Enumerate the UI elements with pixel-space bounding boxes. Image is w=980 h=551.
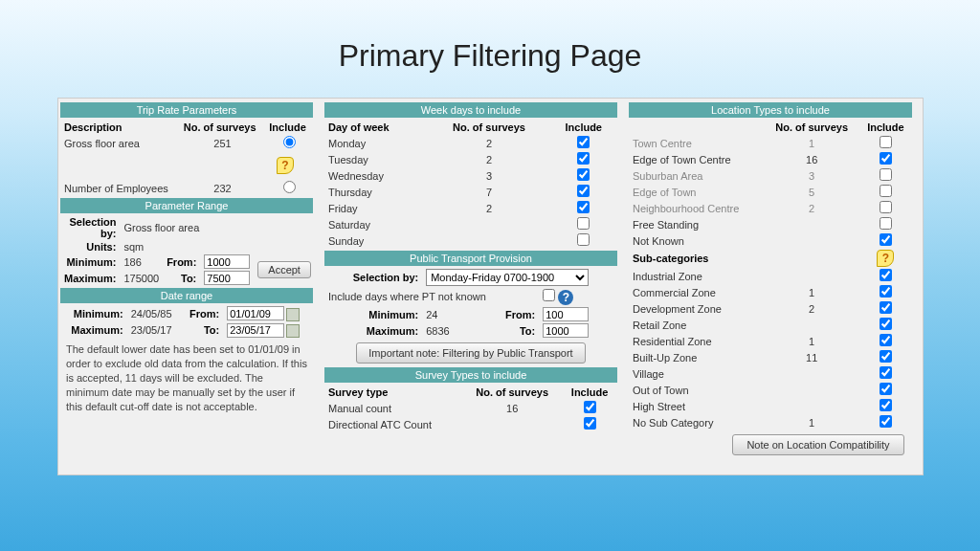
survey-type-name: Directional ATC Count: [324, 416, 462, 432]
pt-note-button[interactable]: Important note: Filtering by Public Tran…: [356, 342, 586, 364]
label-from: From:: [163, 253, 200, 270]
help-icon[interactable]: ?: [877, 250, 894, 267]
pt-min-value: 24: [422, 306, 475, 322]
location-include-checkbox[interactable]: [880, 350, 892, 363]
col-count: No. of surveys: [180, 120, 266, 135]
location-name: High Street: [629, 398, 764, 414]
location-include-checkbox[interactable]: [880, 318, 892, 330]
weekday-include-checkbox[interactable]: [577, 201, 590, 213]
location-count: [764, 317, 858, 333]
weekday-include-checkbox[interactable]: [577, 217, 590, 230]
location-count: [764, 268, 858, 284]
location-include-checkbox[interactable]: [880, 301, 892, 314]
location-count: [764, 382, 858, 398]
weekday-name: Friday: [324, 200, 428, 216]
location-name: Suburban Area: [629, 167, 764, 184]
location-name: Out of Town: [629, 382, 764, 398]
accept-button[interactable]: Accept: [257, 261, 311, 278]
help-icon[interactable]: ?: [558, 290, 573, 305]
col-include: Include: [859, 120, 912, 135]
location-include-checkbox[interactable]: [880, 415, 892, 428]
weekday-include-checkbox[interactable]: [577, 168, 590, 181]
location-include-checkbox[interactable]: [880, 383, 892, 395]
pt-unknown-checkbox[interactable]: [543, 289, 555, 301]
location-count: [764, 216, 858, 232]
location-include-checkbox[interactable]: [880, 168, 892, 181]
location-include-checkbox[interactable]: [880, 334, 892, 346]
col-count: No. of surveys: [428, 120, 549, 135]
date-min-value: 24/05/85: [127, 305, 182, 322]
date-to-input[interactable]: [227, 323, 284, 338]
location-include-checkbox[interactable]: [880, 233, 892, 246]
trip-rate-count: 232: [180, 180, 266, 196]
weekday-count: [428, 232, 549, 249]
location-count: 11: [764, 349, 858, 365]
weekday-include-checkbox[interactable]: [577, 136, 590, 148]
location-include-checkbox[interactable]: [880, 152, 892, 165]
location-name: Town Centre: [629, 135, 764, 151]
param-to-input[interactable]: [204, 271, 250, 285]
label-pt-selection: Selection by:: [324, 268, 422, 287]
page-title: Primary Filtering Page: [0, 0, 980, 74]
survey-type-include-checkbox[interactable]: [584, 417, 596, 430]
location-include-checkbox[interactable]: [880, 136, 892, 148]
param-max-value: 175000: [120, 270, 163, 286]
weekday-include-checkbox[interactable]: [577, 185, 590, 197]
location-count: 1: [764, 414, 858, 430]
location-name: Development Zone: [629, 300, 764, 317]
location-count: 16: [764, 151, 858, 167]
location-count: 2: [764, 200, 858, 216]
pt-selection-dropdown[interactable]: Monday-Friday 0700-1900: [426, 269, 589, 286]
location-heading: Location Types to include: [629, 102, 912, 118]
calendar-icon[interactable]: [286, 308, 300, 321]
col-day: Day of week: [324, 120, 428, 135]
help-icon[interactable]: ?: [277, 157, 294, 174]
label-pt-to: To:: [476, 322, 540, 339]
label-min: Minimum:: [60, 253, 120, 270]
location-count: [764, 365, 858, 382]
param-from-input[interactable]: [204, 254, 250, 269]
label-pt-from: From:: [476, 306, 540, 322]
date-from-input[interactable]: [227, 306, 284, 320]
col-count: No. of surveys: [462, 385, 562, 400]
location-name: Industrial Zone: [629, 268, 764, 284]
location-name: Free Standing: [629, 216, 764, 232]
location-include-checkbox[interactable]: [880, 201, 892, 213]
location-include-checkbox[interactable]: [880, 285, 892, 298]
location-name: Village: [629, 365, 764, 382]
survey-type-include-checkbox[interactable]: [584, 401, 596, 413]
weekday-include-checkbox[interactable]: [577, 152, 590, 165]
label-units: Units:: [60, 240, 120, 253]
location-include-checkbox[interactable]: [880, 185, 892, 197]
survey-type-count: 16: [462, 400, 562, 416]
label-date-from: From:: [181, 305, 223, 322]
location-name: Edge of Town: [629, 184, 764, 200]
weekday-count: 7: [428, 184, 549, 200]
location-name: Commercial Zone: [629, 284, 764, 300]
trip-rate-radio-1[interactable]: [283, 181, 296, 193]
location-include-checkbox[interactable]: [880, 399, 892, 411]
location-include-checkbox[interactable]: [880, 217, 892, 230]
trip-rate-count: 251: [180, 135, 266, 151]
location-include-checkbox[interactable]: [880, 269, 892, 281]
survey-types-heading: Survey Types to include: [324, 367, 617, 383]
weekday-count: 2: [428, 135, 549, 151]
weekday-name: Monday: [324, 135, 428, 151]
pt-heading: Public Transport Provision: [324, 251, 617, 266]
location-name: Edge of Town Centre: [629, 151, 764, 167]
location-note-button[interactable]: Note on Location Compatibility: [732, 434, 904, 455]
location-count: 1: [764, 284, 858, 300]
date-range-heading: Date range: [60, 288, 313, 303]
label-pt-max: Maximum:: [324, 322, 422, 339]
location-name: Residential Zone: [629, 333, 764, 349]
pt-to-input[interactable]: [543, 323, 589, 338]
location-count: [764, 398, 858, 414]
pt-from-input[interactable]: [543, 307, 589, 321]
weekday-include-checkbox[interactable]: [577, 233, 590, 246]
calendar-icon[interactable]: [286, 324, 300, 338]
trip-rate-radio-0[interactable]: [283, 136, 296, 148]
location-table: No. of surveys Include Town Centre 1 Edg…: [629, 120, 912, 430]
location-include-checkbox[interactable]: [880, 366, 892, 379]
param-units-value: sqm: [120, 240, 315, 253]
pt-max-value: 6836: [422, 322, 475, 339]
